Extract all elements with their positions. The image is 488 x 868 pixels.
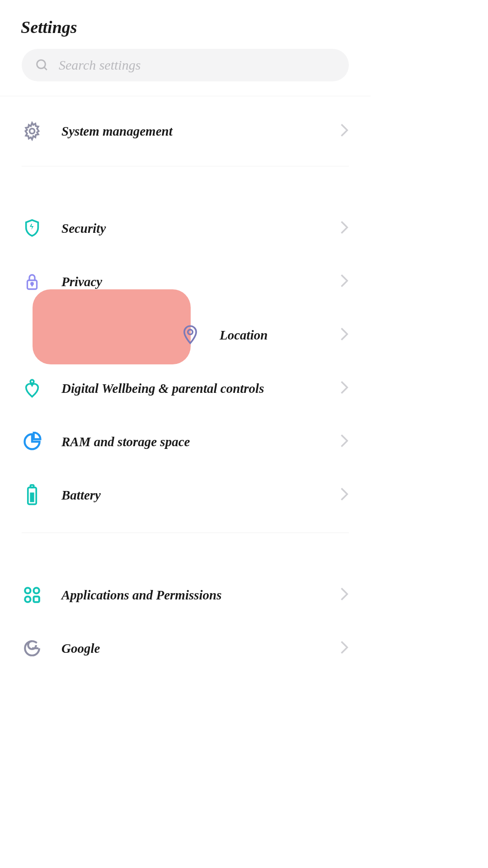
chevron-right-icon: [340, 487, 349, 503]
section-apps: Applications and Permissions Google: [0, 568, 371, 658]
svg-rect-10: [30, 492, 34, 502]
section-system: System management: [0, 96, 371, 166]
item-label: Battery: [61, 488, 340, 503]
shield-icon: [22, 218, 42, 239]
item-label: RAM and storage space: [61, 434, 340, 449]
item-applications-permissions[interactable]: Applications and Permissions: [0, 568, 371, 622]
lock-icon: [22, 271, 42, 292]
item-label: Google: [61, 641, 340, 656]
chevron-right-icon: [340, 327, 349, 343]
page-header: Settings: [0, 0, 371, 49]
chevron-right-icon: [340, 587, 349, 603]
item-security[interactable]: Security: [0, 202, 371, 255]
item-label: Privacy: [61, 274, 340, 289]
svg-point-11: [25, 588, 30, 593]
search-bar[interactable]: [22, 49, 349, 81]
highlight-overlay: [33, 289, 191, 364]
svg-point-7: [30, 380, 34, 383]
location-pin-icon: [180, 325, 201, 345]
svg-rect-14: [34, 597, 39, 602]
apps-grid-icon: [22, 585, 42, 605]
search-input[interactable]: [59, 57, 339, 73]
item-location[interactable]: Location: [0, 308, 371, 362]
gear-icon: [22, 121, 42, 142]
chevron-right-icon: [340, 123, 349, 139]
search-icon: [32, 55, 52, 75]
item-label: System management: [61, 124, 340, 139]
item-label: Location: [220, 328, 340, 343]
chevron-right-icon: [340, 434, 349, 450]
pie-chart-icon: [22, 431, 42, 452]
page-title: Settings: [21, 17, 350, 37]
chevron-right-icon: [340, 274, 349, 290]
svg-rect-9: [30, 485, 33, 488]
google-icon: [22, 638, 42, 658]
search-container: [0, 49, 371, 96]
item-digital-wellbeing[interactable]: Digital Wellbeing & parental controls: [0, 362, 371, 415]
item-battery[interactable]: Battery: [0, 468, 371, 522]
svg-point-12: [34, 588, 39, 593]
svg-point-13: [25, 597, 30, 602]
section-privacy-security: Security Privacy Location: [0, 202, 371, 522]
battery-icon: [22, 485, 42, 505]
item-label: Applications and Permissions: [61, 588, 340, 603]
heart-person-icon: [22, 378, 42, 399]
item-google[interactable]: Google: [0, 622, 371, 658]
svg-point-0: [37, 60, 46, 69]
svg-point-6: [188, 330, 193, 335]
svg-point-2: [30, 129, 35, 134]
item-label: Security: [61, 221, 340, 236]
svg-line-1: [44, 67, 47, 70]
chevron-right-icon: [340, 640, 349, 656]
chevron-right-icon: [340, 380, 349, 396]
item-label: Digital Wellbeing & parental controls: [61, 381, 340, 396]
item-system-management[interactable]: System management: [0, 104, 371, 158]
chevron-right-icon: [340, 220, 349, 236]
item-ram-storage[interactable]: RAM and storage space: [0, 415, 371, 468]
